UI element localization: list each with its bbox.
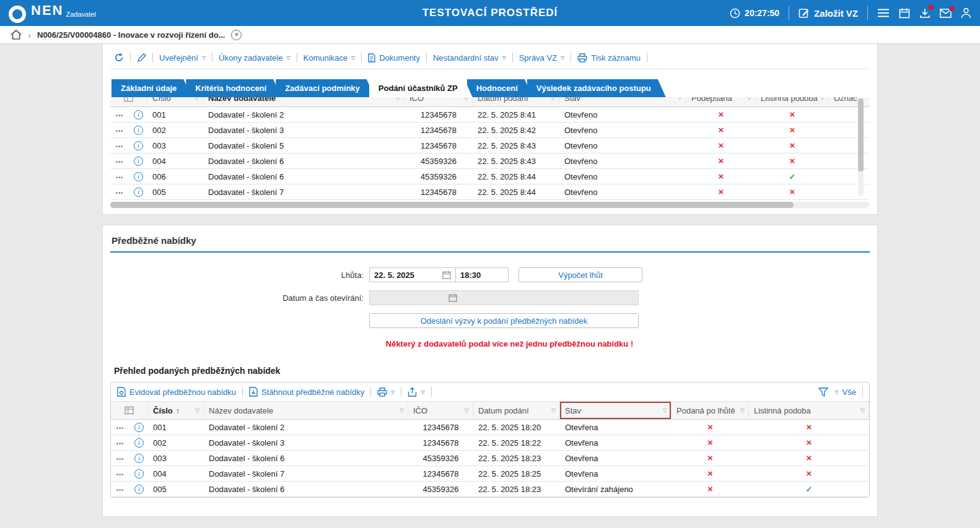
vertical-scrollbar[interactable] xyxy=(858,98,864,196)
compute-deadlines-button[interactable]: Výpočet lhůt xyxy=(518,267,642,282)
refresh-icon[interactable] xyxy=(114,53,124,63)
filter-caret-icon[interactable]: ▽ xyxy=(396,97,400,101)
column-header-oznacena[interactable]: Označ▽ xyxy=(829,97,870,107)
breadcrumb-item[interactable]: N006/25/V00004860 - Inovace v rozvoji ří… xyxy=(37,30,225,40)
row-actions-button[interactable]: ••• xyxy=(116,456,124,462)
cell-dodavatel: Dodavatel - školení 6 xyxy=(204,482,408,497)
table-columns-icon[interactable] xyxy=(110,97,147,107)
toolbar-item-sprava-vz[interactable]: Správa VZ▽ xyxy=(519,53,565,63)
column-header-dodavatel[interactable]: Název dodavatele▽ xyxy=(203,97,405,107)
close-record-icon[interactable]: ✕ xyxy=(231,30,242,40)
send-invitation-button[interactable]: Odeslání výzvy k podání předběžných nabí… xyxy=(369,313,639,328)
column-header-listinna-podoba[interactable]: Listinná podoba▽ xyxy=(756,97,829,107)
toolbar-item-dokumenty[interactable]: Dokumenty xyxy=(368,53,420,63)
filter-caret-icon[interactable]: ▽ xyxy=(464,97,468,101)
pencil-icon[interactable] xyxy=(137,53,146,63)
filter-funnel-icon[interactable] xyxy=(818,387,828,397)
column-header-stav[interactable]: Stav▽ xyxy=(559,97,686,107)
download-prebids-button[interactable]: Stáhnout předběžné nabídky xyxy=(249,387,364,397)
filter-caret-icon[interactable]: ▽ xyxy=(740,407,745,413)
user-button[interactable] xyxy=(961,7,971,19)
info-icon[interactable]: i xyxy=(134,485,144,494)
info-icon[interactable]: i xyxy=(134,438,144,448)
column-header-podana-po-lhute[interactable]: Podaná po lhůtě▽ xyxy=(672,401,749,420)
row-actions-button[interactable]: ••• xyxy=(116,472,124,478)
info-icon[interactable]: i xyxy=(134,172,143,181)
row-actions-button[interactable]: ••• xyxy=(116,425,124,431)
column-header-datum-podani[interactable]: Datum podání▽ xyxy=(473,97,559,107)
filter-caret-icon[interactable]: ▽ xyxy=(820,97,825,101)
column-header-podepsana[interactable]: Podepsána▽ xyxy=(686,97,756,107)
home-icon[interactable] xyxy=(11,30,22,40)
x-icon: × xyxy=(790,109,795,119)
scrollbar-thumb[interactable] xyxy=(110,202,794,208)
filter-caret-icon[interactable]: ▽ xyxy=(195,97,199,101)
filter-caret-icon[interactable]: ▽ xyxy=(860,407,865,413)
toolbar-item-komunikace[interactable]: Komunikace▽ xyxy=(304,53,356,63)
info-icon[interactable]: i xyxy=(134,110,143,119)
scrollbar-thumb[interactable] xyxy=(858,98,864,171)
table-columns-icon[interactable] xyxy=(111,401,148,420)
column-header-cislo[interactable]: Číslo▽ xyxy=(147,97,203,107)
info-icon[interactable]: i xyxy=(134,454,144,463)
filter-caret-icon[interactable]: ▽ xyxy=(678,97,682,101)
toolbar-item-ukony-zadavatele[interactable]: Úkony zadavatele▽ xyxy=(219,53,291,63)
tab-v-sledek-zad-vac-ho-postupu[interactable]: Výsledek zadávacího postupu xyxy=(527,79,666,97)
horizontal-scrollbar[interactable] xyxy=(110,202,870,208)
info-icon[interactable]: i xyxy=(134,469,144,478)
filter-all-dropdown[interactable]: ▽Vše xyxy=(834,387,856,397)
row-actions-button[interactable]: ••• xyxy=(116,190,123,196)
info-icon[interactable]: i xyxy=(134,126,143,135)
create-vz-label: Založit VZ xyxy=(814,8,858,19)
check-icon: ✓ xyxy=(806,485,813,494)
toolbar-item-tisk-zaznamu[interactable]: Tisk záznamu xyxy=(577,53,641,63)
filter-caret-icon[interactable]: ▽ xyxy=(551,407,556,413)
print-table-button[interactable]: ▽ xyxy=(377,387,395,397)
clock-time: 20:27:50 xyxy=(745,8,779,18)
nen-logo[interactable]: NEN Zadavatel xyxy=(9,4,96,23)
column-header-cislo[interactable]: Číslo↑▽ xyxy=(148,401,204,420)
messages-button[interactable] xyxy=(940,9,952,18)
downloads-button[interactable] xyxy=(919,7,930,19)
filter-caret-icon[interactable]: ▽ xyxy=(663,407,667,413)
info-icon[interactable]: i xyxy=(134,157,143,166)
row-actions-button[interactable]: ••• xyxy=(116,441,124,447)
toolbar-item-uverejneni[interactable]: Uveřejnění▽ xyxy=(159,53,206,63)
create-vz-button[interactable]: Založit VZ xyxy=(798,7,858,19)
menu-button[interactable] xyxy=(877,8,890,18)
row-actions-button[interactable]: ••• xyxy=(116,159,123,165)
column-header-stav[interactable]: Stav▽ xyxy=(560,401,672,420)
tab-hodnocen[interactable]: Hodnocení xyxy=(467,79,533,97)
calendar-icon[interactable] xyxy=(442,270,451,279)
calendar-button[interactable] xyxy=(899,7,910,19)
filter-caret-icon[interactable]: ▽ xyxy=(400,407,404,413)
filter-caret-icon[interactable]: ▽ xyxy=(465,407,469,413)
info-icon[interactable]: i xyxy=(134,141,143,150)
tab-z-kladn-daje[interactable]: Základní údaje xyxy=(112,79,191,97)
tab-zad-vac-podm-nky[interactable]: Zadávací podmínky xyxy=(276,79,375,97)
row-actions-button[interactable]: ••• xyxy=(116,175,123,181)
info-icon[interactable]: i xyxy=(134,188,143,197)
filter-caret-icon[interactable]: ▽ xyxy=(551,97,555,101)
register-prebid-button[interactable]: Evidovat předběžnou nabídku xyxy=(117,387,236,397)
filter-caret-icon[interactable]: ▽ xyxy=(195,407,199,413)
row-actions-button[interactable]: ••• xyxy=(116,144,123,150)
info-icon[interactable]: i xyxy=(134,423,144,432)
deadline-time-input[interactable]: 18:30 xyxy=(456,267,509,282)
column-header-listinna-podoba[interactable]: Listinná podoba▽ xyxy=(749,401,869,420)
cell-datum-podani: 22. 5. 2025 8:42 xyxy=(473,123,559,138)
tab-krit-ria-hodnocen[interactable]: Kritéria hodnocení xyxy=(186,79,281,97)
column-header-dodavatel[interactable]: Název dodavatele▽ xyxy=(204,401,408,420)
filter-caret-icon[interactable]: ▽ xyxy=(747,97,751,101)
tab-pod-n-astn-k-zp[interactable]: Podání účastníků ZP xyxy=(369,79,473,97)
column-header-datum-podani[interactable]: Datum podání▽ xyxy=(473,401,560,420)
row-actions-button[interactable]: ••• xyxy=(116,128,123,134)
toolbar-item-nestandardni-stav[interactable]: Nestandardní stav▽ xyxy=(433,53,506,63)
column-header-ico[interactable]: IČO▽ xyxy=(405,97,473,107)
row-actions-button[interactable]: ••• xyxy=(116,113,123,119)
cell-ico: 12345678 xyxy=(408,466,473,482)
column-header-ico[interactable]: IČO▽ xyxy=(408,401,473,420)
row-actions-button[interactable]: ••• xyxy=(116,487,124,493)
export-table-button[interactable]: ▽ xyxy=(408,387,424,397)
deadline-date-input[interactable]: 22. 5. 2025 xyxy=(369,267,456,282)
